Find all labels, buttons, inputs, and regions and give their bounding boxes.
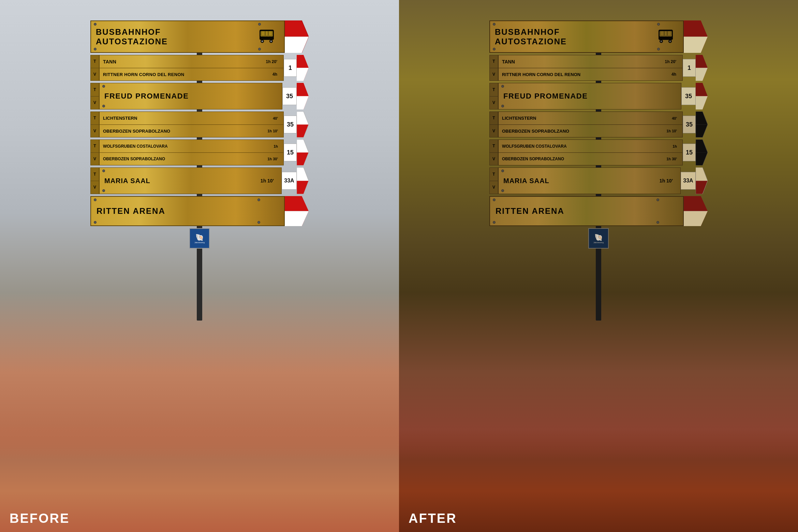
svg-rect-57 — [696, 68, 703, 81]
lichtenstern-tv-t: T — [90, 112, 99, 124]
svg-rect-24 — [297, 124, 304, 137]
after-lichtenstern-time1: 40' — [672, 116, 677, 120]
screw-br — [258, 48, 261, 50]
svg-rect-16 — [297, 68, 304, 81]
svg-rect-4 — [265, 31, 268, 36]
wolfsgruben-time2: 1h 30' — [267, 157, 278, 161]
after-shell-symbol: 🐚 — [594, 233, 603, 241]
maria-saal-tv-v: V — [90, 181, 99, 194]
ritten-screw-tr — [257, 198, 260, 201]
freud-tv-t: T — [90, 83, 99, 96]
svg-point-51 — [669, 41, 671, 42]
after-maria-saal-screw-bl — [501, 189, 504, 192]
after-wolfsgruben-number: 15 — [683, 144, 696, 161]
svg-rect-39 — [285, 211, 302, 226]
after-bus-icon — [657, 28, 674, 45]
freud-screw-bl — [102, 105, 105, 107]
freud-sign-after: T V FREUD PROMENADE 35 — [489, 83, 708, 109]
after-freud-number: 35 — [681, 87, 696, 105]
after-wolfsgruben-tv-t: T — [489, 139, 498, 152]
lichtenstern-number: 35 — [284, 116, 297, 133]
tann-time1: 1h 20' — [266, 59, 277, 64]
after-lichtenstern-arrow — [696, 112, 708, 137]
svg-rect-29 — [297, 152, 304, 165]
after-maria-saal-arrow — [696, 167, 708, 194]
svg-point-9 — [270, 41, 272, 42]
tann-arrow — [297, 55, 309, 81]
after-panel: BUSBAHNHOF AUTOSTAZIONE — [399, 0, 798, 532]
svg-rect-2 — [261, 37, 273, 40]
after-ritten-screw-bl — [493, 221, 496, 224]
after-tann-tv-v: V — [489, 68, 498, 81]
wolfsgruben-sign-after: T V WOLFSGRUBEN COSTALOVARA 1h OBERBOZEN… — [489, 139, 708, 165]
svg-rect-75 — [696, 181, 703, 194]
lichtenstern-time2: 1h 10' — [267, 129, 278, 133]
after-maria-saal-tv-t: T — [489, 167, 498, 181]
screw-bl — [94, 48, 97, 50]
after-maria-saal-text: MARIA SAAL — [503, 177, 660, 185]
after-ritten-screw-tl — [493, 198, 496, 201]
after-lichtenstern-number: 35 — [683, 116, 696, 133]
svg-marker-54 — [701, 37, 708, 53]
after-wolfsgruben-tv-v: V — [489, 152, 498, 166]
tann-time2: 4h — [272, 72, 277, 77]
after-tann-time1: 1h 20' — [665, 59, 676, 64]
wolfsgruben-line2: OBERBOZEN SOPRABOLZANO — [103, 157, 267, 161]
after-busbahnhof-line1: BUSBAHNHOF — [495, 27, 653, 37]
lichtenstern-time1: 40' — [273, 116, 278, 120]
svg-rect-34 — [297, 181, 304, 194]
svg-rect-20 — [297, 96, 304, 109]
ritten-screw-bl — [94, 221, 97, 224]
after-wolfsgruben-line1: WOLFSGRUBEN COSTALOVARA — [502, 144, 673, 149]
after-maria-saal-tv-v: V — [489, 181, 498, 194]
after-lichtenstern-line1: LICHTENSTERN — [502, 116, 672, 121]
wolfsgruben-tv-v: V — [90, 152, 99, 166]
svg-rect-53 — [684, 37, 701, 53]
svg-rect-46 — [664, 31, 667, 36]
busbahnhof-line2: AUTOSTAZIONE — [96, 37, 254, 46]
maria-saal-screw-tl — [102, 169, 105, 172]
svg-rect-44 — [660, 37, 672, 40]
svg-marker-13 — [302, 37, 309, 53]
wolfsgruben-line1: WOLFSGRUBEN COSTALOVARA — [103, 144, 274, 149]
after-tann-line1: TANN — [502, 59, 665, 64]
after-tann-arrow — [696, 55, 708, 81]
busbahnhof-line1: BUSBAHNHOF — [96, 27, 254, 37]
after-busbahnhof-screw-tl — [493, 23, 496, 26]
tann-line2: RITTNER HORN CORNO DEL RENON — [103, 72, 272, 77]
after-maria-saal-number: 33A — [681, 172, 696, 190]
wolfsgruben-number: 15 — [284, 144, 297, 161]
after-busbahnhof-screw-bl — [493, 48, 496, 50]
freud-sign: T V FREUD PROMENADE 35 — [90, 83, 309, 109]
after-tann-time2: 4h — [671, 72, 676, 77]
svg-rect-80 — [684, 211, 701, 226]
svg-marker-21 — [304, 96, 309, 109]
freud-tv-v: V — [90, 96, 99, 110]
svg-marker-40 — [302, 211, 309, 226]
svg-rect-70 — [696, 152, 703, 165]
ritten-arena-sign-after: RITTEN ARENA — [489, 196, 708, 226]
freud-number: 35 — [282, 87, 297, 105]
tann-line1: TANN — [103, 59, 266, 64]
tann-tv-t: T — [90, 55, 99, 68]
after-busbahnhof-arrow — [684, 20, 708, 53]
tann-tv-v: V — [90, 68, 99, 81]
wolfsgruben-time1: 1h — [274, 144, 278, 148]
bus-icon — [258, 28, 275, 45]
svg-marker-81 — [701, 211, 708, 226]
ritten-screw-tl — [94, 198, 97, 201]
after-freud-text: FREUD PROMENADE — [503, 92, 588, 101]
maria-saal-number: 33A — [282, 172, 297, 190]
after-lichtenstern-tv-v: V — [489, 124, 498, 138]
after-freud-tv-t: T — [489, 83, 498, 96]
after-label: AFTER — [409, 511, 457, 526]
busbahnhof-sign: BUSBAHNHOF AUTOSTAZIONE — [90, 20, 309, 53]
freud-arrow — [297, 83, 309, 109]
busbahnhof-sign-after: BUSBAHNHOF AUTOSTAZIONE — [489, 20, 708, 53]
lichtenstern-sign-after: T V LICHTENSTERN 40' OBERBOZEN SOPRABOLZ… — [489, 112, 708, 137]
before-label: BEFORE — [10, 511, 70, 526]
busbahnhof-arrow — [285, 20, 309, 53]
svg-point-49 — [661, 41, 662, 42]
maria-saal-sign: T V MARIA SAAL 1h 10' 33A — [90, 167, 309, 194]
ritten-screw-br — [257, 221, 260, 224]
